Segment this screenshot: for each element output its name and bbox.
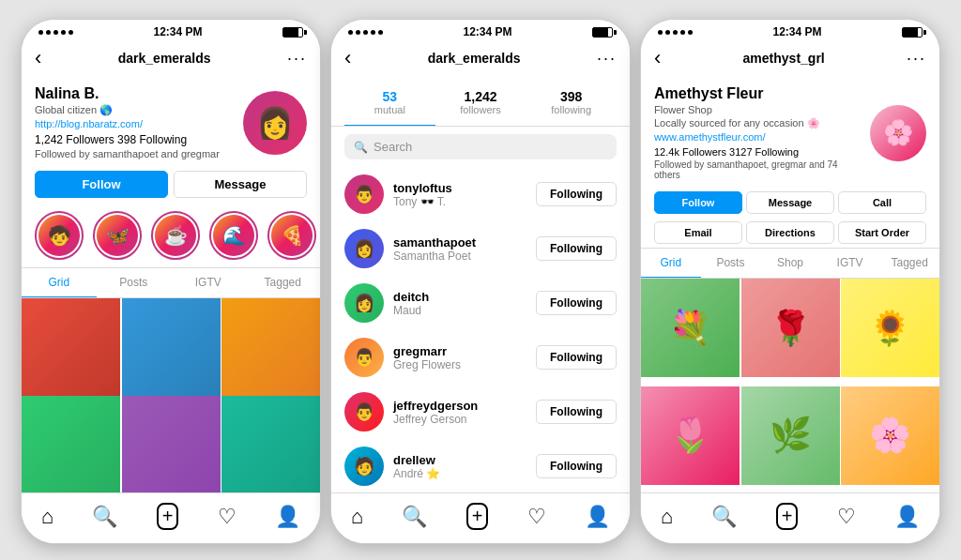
heart-icon-1[interactable]: ♡ <box>218 505 236 529</box>
tab-igtv-1[interactable]: IGTV <box>171 268 246 297</box>
search-icon-3[interactable]: 🔍 <box>711 505 737 529</box>
bottom-nav-2: ⌂ 🔍 + ♡ 👤 <box>331 492 630 543</box>
profile-followed-by-1: Followed by samanthapoet and gregmar <box>35 148 234 159</box>
battery-icon-1 <box>282 27 303 38</box>
profile-link-1[interactable]: http://blog.nbaratz.com/ <box>35 118 234 129</box>
add-icon-2[interactable]: + <box>466 503 489 530</box>
follower-name-3: Maud <box>393 304 526 317</box>
flower-grid-cell-4[interactable]: 🌷 <box>641 386 740 485</box>
heart-icon-2[interactable]: ♡ <box>527 505 546 529</box>
followers-label: followers <box>439 104 523 115</box>
grid-cell-3[interactable] <box>221 298 320 397</box>
profile-link-3[interactable]: www.amethystfleur.com/ <box>654 131 861 143</box>
status-bar-1: 12:34 PM <box>22 20 320 42</box>
story-1[interactable]: 🧒 <box>35 211 84 260</box>
flower-grid-cell-3[interactable]: 🌻 <box>841 279 939 377</box>
signal-dots-3 <box>658 30 693 35</box>
grid-cell-6[interactable] <box>221 396 320 492</box>
follower-name-4: Greg Flowers <box>393 358 526 371</box>
tab-igtv-3[interactable]: IGTV <box>820 249 880 278</box>
profile-avatar-3: 🌸 <box>870 105 926 161</box>
follower-info-3: deitch Maud <box>393 290 526 317</box>
follower-item-2: 👩 samanthapoet Samantha Poet Following <box>331 221 630 276</box>
follower-info-2: samanthapoet Samantha Poet <box>393 235 526 263</box>
search-box[interactable]: 🔍 Search <box>344 134 617 159</box>
tab-mutual[interactable]: 53 mutual <box>344 82 435 126</box>
follower-item-1: 👨 tonyloftus Tony 🕶️ T. Following <box>331 167 630 221</box>
tab-tagged-3[interactable]: Tagged <box>879 249 939 278</box>
following-button-2[interactable]: Following <box>536 236 617 261</box>
call-button-3[interactable]: Call <box>838 191 926 214</box>
follower-username-4: gregmarr <box>393 344 526 358</box>
following-button-3[interactable]: Following <box>536 291 617 315</box>
grid-cell-5[interactable] <box>122 396 221 492</box>
more-button-2[interactable]: ··· <box>597 49 617 68</box>
profile-content-3: Amethyst Fleur Flower Shop Locally sourc… <box>641 76 939 492</box>
tab-tagged-1[interactable]: Tagged <box>246 268 321 297</box>
following-button-6[interactable]: Following <box>536 454 617 478</box>
tab-followers[interactable]: 1,242 followers <box>435 82 526 126</box>
add-icon-3[interactable]: + <box>776 503 799 530</box>
add-icon-1[interactable]: + <box>157 503 179 530</box>
grid-cell-1[interactable] <box>22 298 120 397</box>
heart-icon-3[interactable]: ♡ <box>837 505 856 529</box>
tab-posts-1[interactable]: Posts <box>97 268 172 297</box>
grid-cell-4[interactable] <box>22 396 120 492</box>
home-icon-2[interactable]: ⌂ <box>351 505 363 529</box>
flower-grid-cell-6[interactable]: 🌸 <box>841 386 939 485</box>
follower-avatar-2: 👩 <box>344 229 384 268</box>
follower-username-3: deitch <box>393 290 526 304</box>
tab-posts-3[interactable]: Posts <box>701 249 761 278</box>
followers-header: 53 mutual 1,242 followers 398 following <box>331 76 630 127</box>
grid-cell-2[interactable] <box>122 298 221 397</box>
mutual-label: mutual <box>348 104 432 115</box>
profile-avatar-1: 👩 <box>243 91 307 155</box>
profile-header-1: Nalina B. Global citizen 🌎 http://blog.n… <box>22 76 320 167</box>
back-button-2[interactable]: ‹ <box>344 46 351 70</box>
search-magnifier-icon: 🔍 <box>354 141 368 154</box>
profile-header-3: Amethyst Fleur Flower Shop Locally sourc… <box>641 76 939 188</box>
more-button-3[interactable]: ··· <box>907 49 926 68</box>
search-icon-2[interactable]: 🔍 <box>402 505 427 529</box>
story-2[interactable]: 🦋 <box>93 211 142 260</box>
profile-content-1: Nalina B. Global citizen 🌎 http://blog.n… <box>22 76 320 492</box>
start-order-button-3[interactable]: Start Order <box>838 221 926 244</box>
story-4[interactable]: 🌊 <box>209 211 258 260</box>
profile-icon-3[interactable]: 👤 <box>894 505 920 529</box>
email-button-3[interactable]: Email <box>654 221 742 244</box>
following-button-1[interactable]: Following <box>536 182 617 206</box>
status-time-1: 12:34 PM <box>153 25 202 38</box>
search-icon-1[interactable]: 🔍 <box>92 505 117 529</box>
tab-grid-3[interactable]: Grid <box>641 249 701 278</box>
follow-button-1[interactable]: Follow <box>35 171 168 198</box>
follower-info-5: jeffreydgerson Jeffrey Gerson <box>393 399 526 426</box>
status-icons-1 <box>282 27 303 38</box>
message-button-1[interactable]: Message <box>174 171 307 198</box>
follower-item-6: 🧑 drellew André ⭐ Following <box>331 439 630 492</box>
profile-icon-2[interactable]: 👤 <box>585 505 610 529</box>
back-button-1[interactable]: ‹ <box>35 46 41 70</box>
follow-button-3[interactable]: Follow <box>654 191 742 214</box>
profile-stats-1: 1,242 Followers 398 Following <box>35 133 234 146</box>
battery-icon-2 <box>592 27 613 38</box>
story-3[interactable]: ☕ <box>151 211 200 260</box>
more-button-1[interactable]: ··· <box>287 49 307 68</box>
story-5[interactable]: 🍕 <box>267 211 316 260</box>
follower-info-6: drellew André ⭐ <box>393 453 526 480</box>
profile-icon-1[interactable]: 👤 <box>275 505 300 529</box>
directions-button-3[interactable]: Directions <box>746 221 834 244</box>
home-icon-1[interactable]: ⌂ <box>41 505 53 529</box>
photo-grid-3: 💐 🌹 🌻 🌷 🌿 🌸 <box>641 279 939 492</box>
tab-grid-1[interactable]: Grid <box>22 268 97 297</box>
back-button-3[interactable]: ‹ <box>654 46 661 70</box>
following-button-4[interactable]: Following <box>536 345 617 370</box>
message-button-3[interactable]: Message <box>746 191 834 214</box>
flower-grid-cell-1[interactable]: 💐 <box>641 279 740 377</box>
following-button-5[interactable]: Following <box>536 400 617 424</box>
flower-grid-cell-5[interactable]: 🌿 <box>741 386 840 485</box>
flower-grid-cell-2[interactable]: 🌹 <box>741 279 840 377</box>
tab-following[interactable]: 398 following <box>526 82 617 126</box>
phone-3-frame: 12:34 PM ‹ amethyst_grl ··· Amethyst Fle… <box>640 19 940 544</box>
tab-shop-3[interactable]: Shop <box>760 249 820 278</box>
home-icon-3[interactable]: ⌂ <box>661 505 673 529</box>
